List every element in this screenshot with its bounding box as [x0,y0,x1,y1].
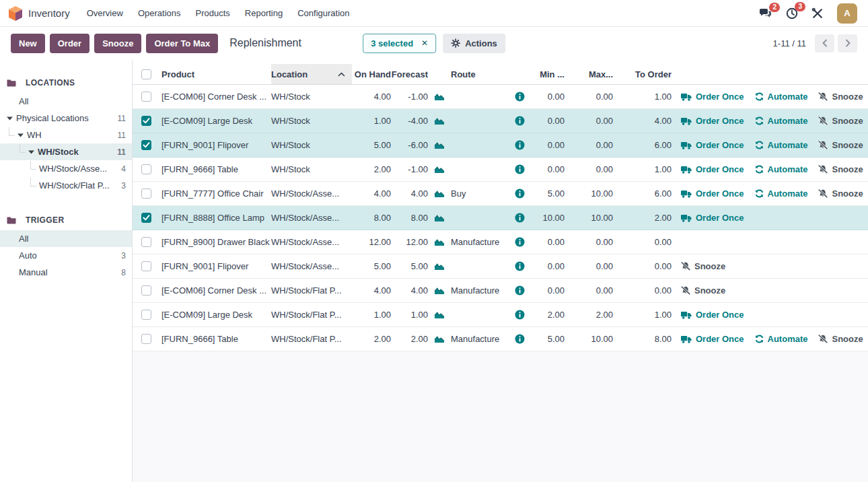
row-checkbox[interactable] [141,140,151,150]
messages-button[interactable]: 2 [759,8,772,19]
sorted-column-header[interactable]: Location [271,64,352,84]
user-avatar[interactable]: A [837,3,857,24]
snooze-link[interactable]: Snooze [818,140,863,150]
row-checkbox[interactable] [141,92,151,102]
info-cell[interactable] [515,310,530,320]
table-row[interactable]: [FURN_9666] TableWH/Stock/Flat P...2.002… [133,327,868,351]
pager-next-button[interactable] [838,34,857,53]
sidebar-item-wh[interactable]: WH11 [0,127,132,143]
info-cell[interactable] [515,334,530,344]
automate-link[interactable]: Automate [755,140,808,150]
table-row[interactable]: [E-COM09] Large DeskWH/Stock/Flat P...1.… [133,303,868,327]
activities-button[interactable]: 3 [786,7,798,20]
info-cell[interactable] [515,261,530,271]
control-panel: NewOrderSnoozeOrder To Max Replenishment… [0,27,868,59]
nav-menu-products[interactable]: Products [188,8,237,18]
table-row[interactable]: [FURN_8888] Office LampWH/Stock/Asse...8… [133,206,868,230]
info-cell[interactable] [515,140,530,150]
caret-down-icon-wrap[interactable] [7,116,13,120]
tools-button[interactable] [811,7,824,20]
snooze-link[interactable]: Snooze [818,164,863,174]
info-cell[interactable] [515,237,530,247]
table-row[interactable]: [E-COM09] Large DeskWH/Stock1.00-4.000.0… [133,109,868,133]
row-checkbox[interactable] [141,237,151,247]
snooze-link[interactable]: Snooze [818,188,863,199]
table-row[interactable]: [FURN_9001] FlipoverWH/Stock5.00-6.000.0… [133,133,868,158]
info-cell[interactable] [515,164,530,174]
new-button[interactable]: New [11,34,45,53]
automate-link[interactable]: Automate [755,334,808,344]
sidebar-item-all[interactable]: All [0,93,132,110]
row-checkbox[interactable] [141,213,151,223]
column-header-to_order[interactable]: To Order [613,69,672,79]
table-row[interactable]: [FURN_9666] TableWH/Stock2.00-1.000.000.… [133,158,868,182]
column-header-product[interactable]: Product [161,69,271,79]
nav-menu-overview[interactable]: Overview [79,8,131,18]
column-header-location[interactable]: Location [271,64,352,84]
table-row[interactable]: [E-COM06] Corner Desk ...WH/Stock/Flat P… [133,279,868,303]
table-row[interactable]: [FURN_9001] FlipoverWH/Stock/Asse...5.00… [133,254,868,279]
automate-link[interactable]: Automate [755,92,808,102]
order-once-link[interactable]: Order Once [681,213,744,223]
snooze-link[interactable]: Snooze [818,116,863,126]
info-cell[interactable] [515,116,530,126]
row-checkbox[interactable] [141,285,151,296]
info-cell[interactable] [515,285,530,296]
sidebar-item-manual[interactable]: Manual8 [0,264,132,281]
close-icon[interactable]: ✕ [421,39,428,47]
snooze-link[interactable]: Snooze [818,92,863,102]
column-header-max[interactable]: Max... [565,69,613,79]
order-button[interactable]: Order [50,34,89,53]
nav-menu-configuration[interactable]: Configuration [290,8,357,18]
snooze-button[interactable]: Snooze [94,34,141,53]
order-once-link[interactable]: Order Once [681,310,744,320]
automate-link[interactable]: Automate [755,164,808,174]
table-row[interactable]: [FURN_8900] Drawer BlackWH/Stock/Asse...… [133,230,868,254]
caret-down-icon-wrap[interactable] [17,133,24,137]
order-once-link[interactable]: Order Once [681,92,744,102]
order-once-link[interactable]: Order Once [681,334,744,344]
table-row[interactable]: [E-COM06] Corner Desk ...WH/Stock4.00-1.… [133,85,868,109]
column-header-route[interactable]: Route [451,69,515,79]
info-cell[interactable] [515,213,530,223]
order-once-link[interactable]: Order Once [681,188,744,199]
max-qty-cell: 0.00 [565,92,613,102]
info-cell[interactable] [515,92,530,102]
info-cell[interactable] [515,188,530,199]
sidebar-item-wh-stock-flat-p[interactable]: WH/Stock/Flat P...3 [0,177,132,194]
snooze-link[interactable]: Snooze [681,261,725,271]
row-checkbox[interactable] [141,116,151,126]
sidebar-item-physical-locations[interactable]: Physical Locations11 [0,110,132,127]
row-checkbox[interactable] [141,310,151,320]
order-once-link[interactable]: Order Once [681,116,744,126]
nav-menu-reporting[interactable]: Reporting [238,8,290,18]
sidebar-item-wh-stock-asse[interactable]: WH/Stock/Asse...4 [0,160,132,177]
column-header-min[interactable]: Min ... [530,69,565,79]
row-checkbox[interactable] [141,261,151,271]
nav-menu-operations[interactable]: Operations [131,8,188,18]
column-header-forecast[interactable]: Forecast [391,69,428,79]
app-switcher[interactable]: Inventory [8,5,70,22]
order-once-link[interactable]: Order Once [681,164,744,174]
snooze-link[interactable]: Snooze [681,285,725,296]
sidebar-item-wh-stock[interactable]: WH/Stock11 [0,143,132,160]
sidebar-item-all[interactable]: All [0,230,132,247]
automate-link[interactable]: Automate [755,116,808,126]
row-checkbox[interactable] [141,188,151,199]
automate-link[interactable]: Automate [755,188,808,199]
sidebar-item-count: 11 [118,114,126,123]
min-qty-cell: 0.00 [530,116,565,126]
actions-button[interactable]: Actions [443,34,505,53]
column-header-on_hand[interactable]: On Hand [352,69,391,79]
caret-down-icon-wrap[interactable] [28,150,34,154]
row-checkbox[interactable] [141,334,151,344]
order-to-max-button[interactable]: Order To Max [146,34,218,53]
pager-previous-button[interactable] [815,34,834,53]
table-row[interactable]: [FURN_7777] Office ChairWH/Stock/Asse...… [133,182,868,206]
snooze-link[interactable]: Snooze [818,334,863,344]
order-once-link[interactable]: Order Once [681,140,744,150]
row-actions-cell: Order OnceAutomateSnooze [672,92,868,102]
row-checkbox[interactable] [141,164,151,174]
sidebar-item-auto[interactable]: Auto3 [0,247,132,264]
select-all-checkbox[interactable] [141,69,151,79]
